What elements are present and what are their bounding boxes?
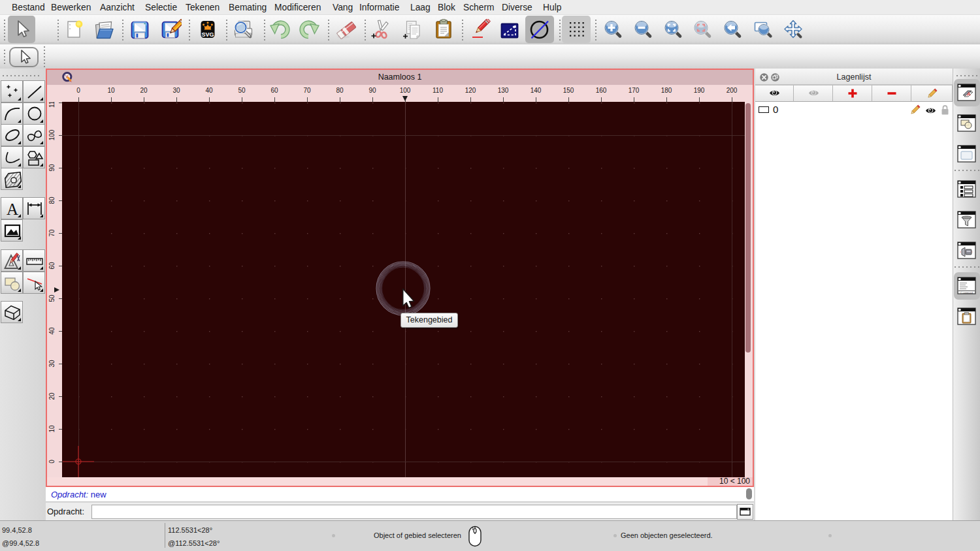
svg-text:SVG: SVG	[201, 31, 214, 38]
svg-text:C command: C command	[960, 292, 973, 294]
svg-text:A: A	[7, 200, 18, 218]
